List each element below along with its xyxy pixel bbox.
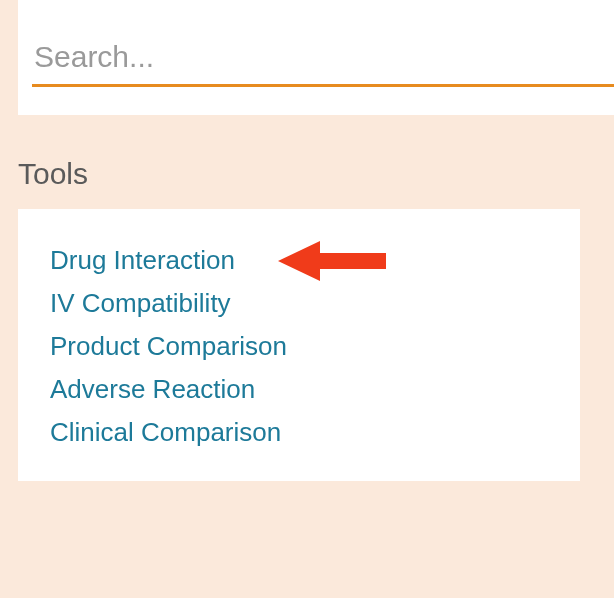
tool-link-drug-interaction[interactable]: Drug Interaction (50, 239, 235, 282)
tools-panel: Drug Interaction IV Compatibility Produc… (18, 209, 580, 481)
tool-link-product-comparison[interactable]: Product Comparison (50, 325, 287, 368)
tool-link-iv-compatibility[interactable]: IV Compatibility (50, 282, 231, 325)
tool-link-adverse-reaction[interactable]: Adverse Reaction (50, 368, 255, 411)
arrow-annotation-icon (278, 237, 398, 285)
search-panel (18, 0, 614, 115)
svg-marker-0 (278, 241, 386, 281)
search-input[interactable] (32, 36, 614, 87)
tools-heading: Tools (18, 157, 614, 191)
tool-link-clinical-comparison[interactable]: Clinical Comparison (50, 411, 281, 454)
